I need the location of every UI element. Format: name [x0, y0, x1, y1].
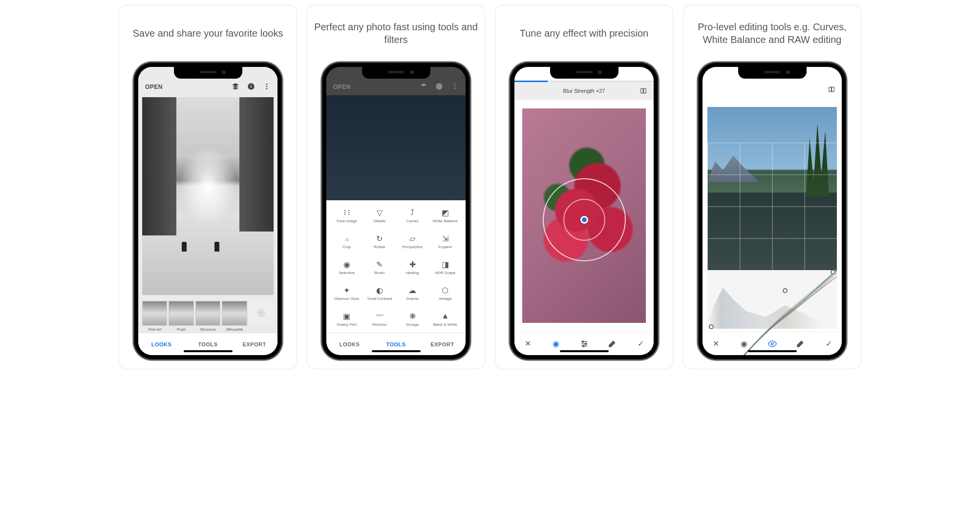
compare-icon[interactable]	[640, 87, 647, 94]
look-item[interactable]: Structure	[195, 301, 220, 332]
curve-handle[interactable]	[783, 288, 788, 293]
look-item[interactable]: Fine Art	[142, 301, 167, 332]
tool-icon: ▽	[375, 208, 384, 217]
tool-icon: ⇲	[441, 234, 449, 243]
photo-preview[interactable]	[707, 107, 837, 270]
tool-icon: ◉	[342, 260, 351, 269]
tool-icon: ◐	[375, 286, 384, 295]
tool-label: Brush	[374, 271, 384, 279]
tool-item[interactable]: 〰Retrolux	[363, 312, 396, 331]
tool-item[interactable]: ◨HDR Scape	[429, 260, 462, 279]
tool-item[interactable]: ◐Tonal Contrast	[363, 286, 396, 305]
info-icon[interactable]: i	[247, 83, 255, 90]
tool-label: Selective	[339, 271, 354, 279]
tab-looks[interactable]: LOOKS	[326, 333, 373, 355]
svg-rect-14	[829, 87, 831, 91]
tool-item[interactable]: ◉Selective	[330, 260, 363, 279]
tool-label: Grainy Film	[337, 323, 357, 331]
cancel-button[interactable]: ✕	[523, 339, 532, 348]
photo-preview[interactable]	[138, 95, 277, 297]
tool-item[interactable]: ⫶⫶Tune Image	[330, 208, 363, 227]
phone-frame: OPEN i Fine Art Push	[133, 62, 282, 360]
tool-label: Vintage	[439, 297, 452, 305]
tool-label: Curves	[406, 219, 418, 227]
curves-editor[interactable]	[707, 270, 837, 329]
looks-strip: Fine Art Push Structure Silhouette ⊕	[138, 297, 277, 333]
tool-item[interactable]: ⟓Crop	[330, 234, 363, 253]
tool-label: Drama	[406, 297, 418, 305]
tool-item[interactable]: ✚Healing	[396, 260, 429, 279]
tool-item[interactable]: ❋Grunge	[396, 312, 429, 331]
tool-icon: ▱	[408, 234, 417, 243]
phone-frame: OPEN ⫶⫶Tune Image▽Details⤴Curves◩White B…	[321, 62, 470, 360]
tool-item[interactable]: ✦Glamour Glow	[330, 286, 363, 305]
phone-frame: Blur Strength +27 ✕ ◉	[510, 62, 659, 360]
tool-item[interactable]: ▱Perspective	[396, 234, 429, 253]
apply-button[interactable]: ✓	[636, 339, 645, 348]
svg-rect-15	[832, 87, 834, 91]
svg-point-7	[454, 86, 456, 87]
eraser-button[interactable]	[608, 339, 617, 348]
tool-item[interactable]: ⬡Vintage	[429, 286, 462, 305]
compare-icon[interactable]	[828, 86, 835, 93]
svg-point-3	[266, 86, 268, 87]
tool-icon: ▲	[441, 312, 449, 320]
tool-item[interactable]: ☁Drama	[396, 286, 429, 305]
add-look-button[interactable]: ⊕	[249, 301, 274, 332]
screenshot-card-1: Save and share your favorite looks OPEN …	[119, 5, 297, 369]
tool-icon: ◨	[441, 260, 449, 269]
svg-point-4	[266, 88, 268, 89]
caption: Tune any effect with precision	[520, 14, 648, 52]
open-button[interactable]: OPEN	[333, 84, 351, 90]
tool-item[interactable]: ⤴Curves	[396, 208, 429, 227]
tool-item[interactable]: ⇲Expand	[429, 234, 462, 253]
curve-handle[interactable]	[831, 270, 835, 275]
tab-export[interactable]: EXPORT	[419, 333, 466, 355]
screenshot-card-3: Tune any effect with precision Blur Stre…	[495, 5, 673, 369]
control-point-button[interactable]: ◉	[552, 339, 560, 348]
screenshot-card-2: Perfect any photo fast using tools and f…	[307, 5, 485, 369]
more-icon[interactable]	[263, 83, 271, 90]
caption: Save and share your favorite looks	[133, 14, 283, 52]
home-indicator[interactable]	[560, 350, 609, 352]
tool-label: Glamour Glow	[334, 297, 359, 305]
svg-rect-9	[641, 88, 643, 93]
adjust-button[interactable]	[580, 339, 589, 348]
svg-point-8	[454, 88, 456, 89]
tab-export[interactable]: EXPORT	[231, 333, 277, 355]
open-button[interactable]: OPEN	[145, 84, 163, 90]
tool-label: Perspective	[402, 245, 423, 253]
tool-item[interactable]: ▣Grainy Film	[330, 312, 363, 331]
look-item[interactable]: Push	[169, 301, 193, 332]
tool-icon: ✎	[375, 260, 384, 269]
tool-item[interactable]: ▲Black & White	[429, 312, 462, 331]
tool-label: Details	[374, 219, 385, 227]
look-item[interactable]: Silhouette	[222, 301, 247, 332]
curves-grid-overlay	[707, 143, 837, 270]
tool-item[interactable]: ✎Brush	[363, 260, 396, 279]
layers-icon[interactable]	[420, 83, 427, 90]
photo-preview[interactable]	[522, 108, 646, 323]
tool-icon: ☁	[408, 286, 417, 295]
tool-item[interactable]: ◩White Balance	[429, 208, 462, 227]
tool-label: Tune Image	[336, 219, 357, 227]
tool-item[interactable]: ▽Details	[363, 208, 396, 227]
control-point-ring[interactable]	[543, 178, 626, 261]
tool-icon: ❋	[408, 312, 417, 320]
svg-point-11	[582, 341, 583, 342]
home-indicator[interactable]	[748, 350, 797, 352]
info-icon[interactable]	[435, 83, 443, 90]
control-point-dot[interactable]	[580, 216, 588, 224]
more-icon[interactable]	[451, 83, 459, 90]
svg-rect-10	[644, 88, 646, 93]
tool-label: Retrolux	[372, 323, 387, 331]
curve-handle[interactable]	[709, 324, 714, 329]
tool-icon: ✚	[408, 260, 417, 269]
home-indicator[interactable]	[184, 350, 233, 352]
tool-item[interactable]: ↻Rotate	[363, 234, 396, 253]
tool-label: Grunge	[406, 323, 419, 331]
tab-looks[interactable]: LOOKS	[138, 333, 185, 355]
layers-icon[interactable]	[232, 83, 239, 90]
tool-label: White Balance	[433, 219, 458, 227]
home-indicator[interactable]	[372, 350, 421, 352]
